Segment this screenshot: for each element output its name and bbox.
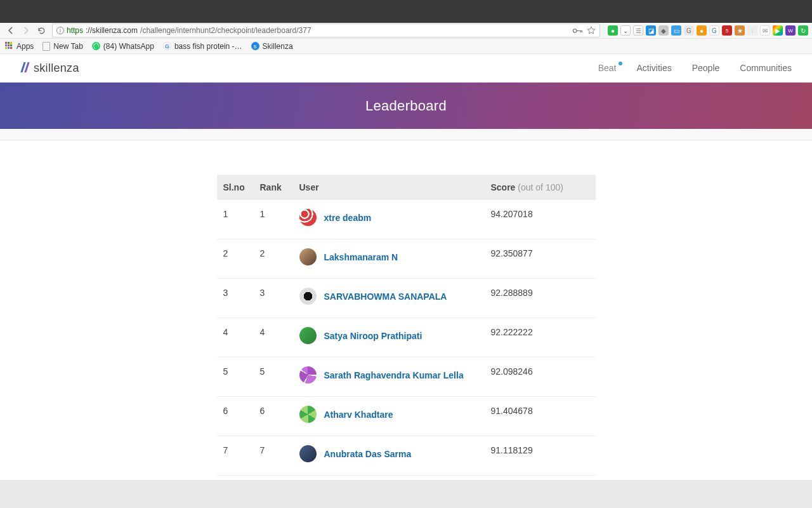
bookmark-google[interactable]: G bass fish protein -… xyxy=(163,42,242,51)
table-header-row: Sl.no Rank User Score (out of 100) xyxy=(217,175,596,200)
ext-icon[interactable]: ★ xyxy=(735,25,745,36)
window-titlebar xyxy=(0,0,812,15)
nav-people[interactable]: People xyxy=(692,63,720,73)
ext-icon[interactable]: ● xyxy=(608,25,618,36)
svg-point-0 xyxy=(573,29,577,32)
ext-icon[interactable]: ● xyxy=(697,25,707,36)
site-nav: Beat Activities People Communities xyxy=(598,63,792,73)
score-header-suffix: (out of 100) xyxy=(515,182,563,192)
arrow-left-icon xyxy=(6,26,15,35)
user-link[interactable]: Anubrata Das Sarma xyxy=(324,449,412,459)
ext-icon[interactable]: G xyxy=(709,25,719,36)
avatar xyxy=(299,248,317,265)
brand-text: skillenza xyxy=(34,62,79,75)
star-icon[interactable] xyxy=(587,26,596,35)
avatar xyxy=(299,406,317,423)
ext-icon[interactable]: ◪ xyxy=(646,25,656,36)
ext-icon[interactable]: ↓ xyxy=(747,25,757,36)
apps-icon xyxy=(5,42,13,50)
pocket-icon[interactable]: ⌄ xyxy=(620,25,631,36)
bookmark-newtab[interactable]: New Tab xyxy=(43,42,82,51)
cell-score: 92.350877 xyxy=(485,239,596,279)
site-info-icon[interactable]: i xyxy=(56,27,64,34)
address-bar[interactable]: i https://skillenza.com/challenge/intern… xyxy=(52,23,600,37)
content-area: Sl.no Rank User Score (out of 100) 11xtr… xyxy=(0,140,812,508)
user-link[interactable]: Atharv Khadtare xyxy=(324,410,393,420)
avatar xyxy=(299,327,317,344)
bookmark-label: Apps xyxy=(16,42,34,51)
notification-dot-icon xyxy=(619,62,622,65)
cell-sl: 7 xyxy=(217,436,254,476)
user-link[interactable]: SARVABHOWMA SANAPALA xyxy=(324,291,447,302)
cell-score: 92.288889 xyxy=(485,279,596,318)
table-row: 11xtre deabm94.207018 xyxy=(217,200,596,239)
cell-user: Atharv Khadtare xyxy=(293,397,485,436)
ext-icon[interactable]: G xyxy=(684,25,694,36)
play-icon[interactable]: ▶ xyxy=(773,25,783,36)
logo-mark-icon xyxy=(20,62,30,74)
cell-score: 94.207018 xyxy=(485,200,596,239)
back-button[interactable] xyxy=(4,23,18,37)
arrow-right-icon xyxy=(22,26,30,35)
user-link[interactable]: xtre deabm xyxy=(324,213,372,223)
nav-label: Beat xyxy=(598,63,617,73)
cell-score: 91.404678 xyxy=(485,397,596,436)
cell-user: Sarath Raghavendra Kumar Lella xyxy=(293,358,485,397)
whatsapp-icon xyxy=(92,42,100,50)
col-header-user: User xyxy=(293,175,485,200)
cell-rank: 4 xyxy=(254,318,293,358)
cell-rank: 6 xyxy=(254,397,293,436)
ext-icon[interactable]: ☰ xyxy=(633,25,643,36)
ext-icon[interactable]: W xyxy=(785,25,796,36)
sub-banner xyxy=(0,129,812,140)
ext-icon[interactable]: ▭ xyxy=(671,25,681,36)
cell-rank: 7 xyxy=(254,436,293,476)
cell-user: Anubrata Das Sarma xyxy=(293,436,485,476)
cell-sl: 2 xyxy=(217,239,254,279)
cell-score: 92.222222 xyxy=(485,318,596,358)
bookmark-skillenza[interactable]: s Skillenza xyxy=(251,42,293,51)
user-link[interactable]: Lakshmanaram N xyxy=(324,252,398,262)
bookmark-whatsapp[interactable]: (84) WhatsApp xyxy=(92,42,154,51)
forward-button[interactable] xyxy=(19,23,33,37)
nav-activities[interactable]: Activities xyxy=(636,63,671,73)
nav-beat[interactable]: Beat xyxy=(598,63,617,73)
cell-user: SARVABHOWMA SANAPALA xyxy=(293,279,485,318)
user-link[interactable]: Sarath Raghavendra Kumar Lella xyxy=(324,370,464,380)
ext-icon[interactable]: ↻ xyxy=(798,25,808,36)
footer-bar xyxy=(0,480,812,508)
ext-icon[interactable]: ◆ xyxy=(658,25,669,36)
avatar xyxy=(299,445,317,462)
nav-communities[interactable]: Communities xyxy=(740,63,792,73)
page-banner: Leaderboard xyxy=(0,83,812,129)
table-row: 44Satya Niroop Prathipati92.222222 xyxy=(217,318,596,358)
key-icon[interactable] xyxy=(573,27,583,34)
site-logo[interactable]: skillenza xyxy=(20,62,79,75)
bookmark-apps[interactable]: Apps xyxy=(5,42,34,51)
table-row: 33SARVABHOWMA SANAPALA92.288889 xyxy=(217,279,596,318)
bookmarks-bar: Apps New Tab (84) WhatsApp G bass fish p… xyxy=(0,39,812,54)
avatar xyxy=(299,366,317,384)
browser-tabstrip xyxy=(0,15,812,23)
user-link[interactable]: Satya Niroop Prathipati xyxy=(324,331,422,341)
cell-sl: 1 xyxy=(217,200,254,239)
bookmark-label: (84) WhatsApp xyxy=(103,42,154,51)
cell-sl: 3 xyxy=(217,279,254,318)
reload-icon xyxy=(37,27,46,35)
cell-user: xtre deabm xyxy=(293,200,485,239)
reload-button[interactable] xyxy=(34,23,48,37)
cell-rank: 3 xyxy=(254,279,293,318)
table-row: 77Anubrata Das Sarma91.118129 xyxy=(217,436,596,476)
cell-sl: 4 xyxy=(217,318,254,358)
cell-user: Satya Niroop Prathipati xyxy=(293,318,485,358)
ext-icon[interactable]: ✉ xyxy=(760,25,770,36)
bookmark-label: New Tab xyxy=(53,42,82,51)
cell-user: Lakshmanaram N xyxy=(293,239,485,279)
cell-rank: 5 xyxy=(254,358,293,397)
table-row: 66Atharv Khadtare91.404678 xyxy=(217,397,596,436)
ext-icon[interactable]: 5 xyxy=(722,25,732,36)
document-icon xyxy=(43,42,50,51)
leaderboard-table: Sl.no Rank User Score (out of 100) 11xtr… xyxy=(217,175,596,508)
cell-sl: 6 xyxy=(217,397,254,436)
extensions-row: ● ⌄ ☰ ◪ ◆ ▭ G ● G 5 ★ ↓ ✉ ▶ W ↻ xyxy=(608,25,808,36)
